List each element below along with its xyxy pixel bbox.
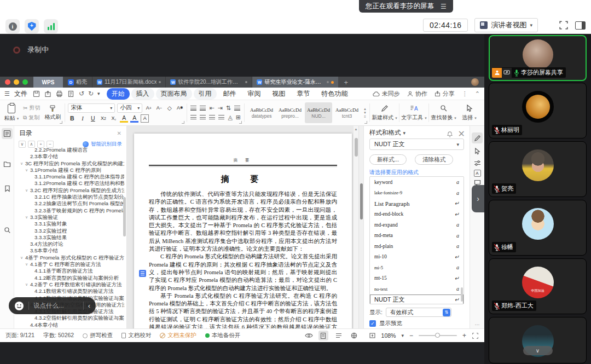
outline-item[interactable]: ∨ 3.2.3基于映射规则的 C 程序的 Promela 模型生... xyxy=(14,207,124,214)
italic-button[interactable]: I xyxy=(78,114,86,123)
superscript-button[interactable]: X2 xyxy=(99,114,107,123)
network-signal-icon[interactable] xyxy=(44,19,58,33)
outline-scrollbar[interactable] xyxy=(123,197,126,236)
style-list-item[interactable]: keyword a xyxy=(370,177,463,188)
outline-item[interactable]: ∨ 4.4本章小结 xyxy=(14,322,124,328)
style-preset[interactable]: AaBbCcDd datatypes xyxy=(248,102,275,123)
style-preset[interactable]: AaBbCcDd prepro... xyxy=(276,102,304,123)
character-shading-button[interactable]: A xyxy=(141,114,149,123)
print-icon[interactable] xyxy=(56,90,63,97)
borders-icon[interactable]: ⊞ xyxy=(236,114,241,121)
scrollbar-thumb[interactable] xyxy=(355,138,358,157)
paragraph[interactable]: C 程序的 Promela 形式化模型的自动构建方法研究。论文首先提出采用 Pr… xyxy=(149,253,337,292)
outline-item[interactable]: ∨ 4.3.2空指针解引用类型的实验验证与案例分析 xyxy=(14,315,124,321)
decrease-indent-icon[interactable]: ⇤ xyxy=(209,105,214,112)
outline-item[interactable]: ∨ 3.3.2实验过程 xyxy=(14,228,124,234)
view-mode-selector[interactable]: 演讲者视图 ▾ xyxy=(474,18,538,32)
ribbon-tab[interactable]: 审阅 xyxy=(243,88,266,100)
document-tab[interactable]: W 11月17日新闻稿.docx xyxy=(92,77,165,88)
style-list-item[interactable]: mi-10 ↵ xyxy=(370,252,463,263)
style-list-item[interactable]: lake-fontsize-9 a xyxy=(370,188,463,199)
style-list-item[interactable]: no-text a xyxy=(370,284,463,294)
show-filter-select[interactable]: 有效样式 ⇅ xyxy=(386,308,451,317)
bullet-list-icon[interactable] xyxy=(190,106,196,111)
justify-icon[interactable] xyxy=(218,115,224,120)
find-replace-button[interactable]: 查找替换 ▾ xyxy=(431,101,456,124)
outline-item[interactable]: ∨ 4基于 Promela 形式化模型的 C 程序验证方法 xyxy=(14,255,124,261)
export-icon[interactable] xyxy=(44,90,52,97)
format-painter-button[interactable]: 格式刷 xyxy=(42,105,63,121)
zoom-slider-knob[interactable] xyxy=(435,333,440,338)
ribbon-tab[interactable]: 页面布局 xyxy=(156,88,192,100)
text-direction-icon[interactable] xyxy=(234,106,240,111)
outline-item[interactable]: ∨ 3.3实验验证 xyxy=(14,214,124,221)
outline-item[interactable]: ∨ 4.1.1基于断言的验证方法 xyxy=(14,268,124,274)
underline-button[interactable]: U xyxy=(89,114,97,123)
cut-button[interactable]: ✂剪切 xyxy=(23,104,40,112)
style-list-item[interactable]: md-meta a xyxy=(370,230,463,241)
panel-scrollbar[interactable] xyxy=(358,126,363,328)
participant-tile[interactable]: 中国加油 贺亮 ∨ xyxy=(489,141,587,197)
show-preview-checkbox[interactable]: ✓ xyxy=(369,320,376,327)
more-options-icon[interactable]: ⋮ xyxy=(462,90,468,97)
align-center-icon[interactable] xyxy=(200,115,206,120)
new-tab-button[interactable]: + xyxy=(338,78,354,86)
ribbon-tab[interactable]: 章节 xyxy=(292,88,315,100)
outline-item[interactable]: ∨ 4.2基于 C 程序数组索引错误的验证方法 xyxy=(14,281,124,288)
sidebar-collapse-button[interactable]: › xyxy=(472,185,484,212)
paste-button[interactable]: 粘贴 ▾ xyxy=(2,104,21,122)
copy-button[interactable]: ⧉复制 xyxy=(23,114,40,122)
maximize-window-icon[interactable] xyxy=(22,79,28,85)
text-effects-icon[interactable]: A✱ xyxy=(176,104,184,112)
outline-item[interactable]: ∨ 3.1.2Promela 建模 C 程序语法结构和数据类型 ... xyxy=(14,180,124,187)
word-count[interactable]: 字数: 50262 xyxy=(43,332,74,339)
participant-tile[interactable]: 中国加油 李莎的屏幕共享 ∨ xyxy=(489,35,587,81)
scroll-up-icon[interactable]: ▲ xyxy=(354,128,358,131)
outline-item[interactable]: ∨ 2.2.2Promela 建模语言 xyxy=(14,147,124,153)
style-list-item[interactable]: md-end-block ↵ xyxy=(370,209,463,220)
shading-icon[interactable]: ◬ xyxy=(228,114,232,121)
minimize-window-icon[interactable] xyxy=(14,79,19,85)
select-button[interactable]: 选择 ▾ xyxy=(456,101,482,124)
style-list-item[interactable]: md-plain a xyxy=(370,241,463,252)
fit-page-icon[interactable] xyxy=(369,332,376,339)
ribbon-tab[interactable]: 引用 xyxy=(194,88,217,100)
zoom-slider[interactable] xyxy=(419,335,457,336)
folder-icon[interactable] xyxy=(2,159,13,170)
outline-item[interactable]: ∨ 3.3.3实验结果 xyxy=(14,234,124,241)
paste-options-float-icon[interactable] xyxy=(139,270,146,277)
document-page[interactable]: 摘 要 摘 要 传统的软件测试、代码审查等方法只能发现程序错误，但是无法保证程序… xyxy=(134,134,352,328)
chevron-down-icon[interactable]: ▾ xyxy=(403,130,406,136)
outline-item[interactable]: ∨ 3.3.1实验对象 xyxy=(14,221,124,227)
preview-icon[interactable] xyxy=(67,90,75,97)
gallery-scroll[interactable]: ▲▼≡ xyxy=(362,107,368,118)
fullscreen-view-icon[interactable] xyxy=(472,332,479,339)
text-tools-button[interactable]: A 文字工具 ▾ xyxy=(401,101,427,124)
paragraph[interactable]: 基于 Promela 形式化模型的 C 程序验证方法研究。在构造 C 程序的 P… xyxy=(149,292,337,328)
wps-brand-tab[interactable]: WPS xyxy=(33,77,63,88)
style-list-item[interactable]: NUDT 正文 ↵ xyxy=(370,294,463,305)
scrollbar-thumb[interactable] xyxy=(360,183,363,219)
page-view-icon[interactable] xyxy=(318,331,328,340)
participant-tile[interactable]: 中国加油 郑炜-西工大 ∨ xyxy=(489,258,587,314)
current-style-select[interactable]: NUDT 正文 ▾ xyxy=(369,138,464,150)
increase-indent-icon[interactable]: ⇥ xyxy=(218,105,223,112)
bookmark-icon[interactable] xyxy=(2,183,13,194)
share-button[interactable]: 分享 xyxy=(434,90,455,98)
new-style-button[interactable]: 新建样式 ▾ xyxy=(372,101,397,124)
zoom-in-button[interactable]: + xyxy=(462,332,466,339)
paragraph[interactable]: 传统的软件测试、代码审查等方法只能发现程序错误，但是无法保证程序的正确性。C 语… xyxy=(149,190,337,253)
banner-menu-icon[interactable]: ☰ xyxy=(441,3,447,10)
outline-item[interactable]: ∨ 4.2.1数组索引错误类型的验证方法 xyxy=(14,288,124,294)
ribbon-tab[interactable]: 邮件 xyxy=(218,88,241,100)
highlight-color-button[interactable]: A xyxy=(120,114,128,123)
spell-check-button[interactable]: 拼写检查 xyxy=(83,332,113,339)
document-tab[interactable]: W 研究生毕业论文-蒲永平3.13(1) xyxy=(252,77,338,88)
backup-status[interactable]: 本地备份开 xyxy=(205,332,241,339)
style-list-item[interactable]: mt-15 ↵ xyxy=(370,273,463,284)
save-icon[interactable] xyxy=(33,90,40,97)
bold-button[interactable]: B xyxy=(68,114,76,123)
close-icon[interactable]: ✕ xyxy=(458,129,465,139)
side-panel-toggle[interactable] xyxy=(575,21,586,30)
page-indicator[interactable]: 页面: 9/121 xyxy=(5,332,34,339)
